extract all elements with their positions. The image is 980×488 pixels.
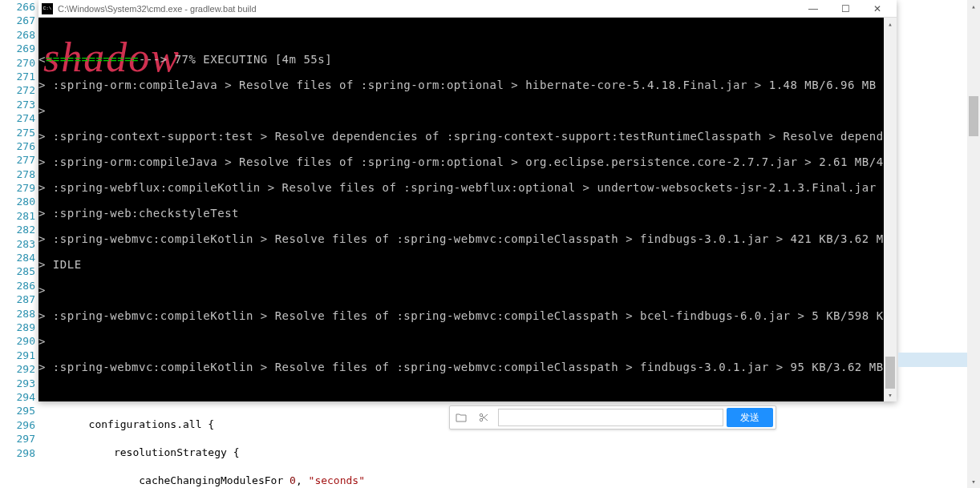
scroll-up-icon[interactable]: ▴ [884,18,897,30]
line-number: 273 [0,98,35,111]
line-number: 295 [0,404,35,417]
output-line: > :spring-web:checkstyleTest [38,207,884,220]
output-line: > IDLE [38,258,884,271]
line-number: 296 [0,418,35,432]
line-number: 297 [0,432,35,446]
output-line: > [38,284,884,296]
line-number: 282 [0,223,35,236]
output-line: > :spring-context-support:test > Resolve… [38,130,884,143]
close-button[interactable]: ✕ [861,1,893,17]
send-button[interactable]: 发送 [727,408,773,427]
line-number: 274 [0,111,35,125]
line-number: 286 [0,279,35,292]
output-line: > :spring-webmvc:compileKotlin > Resolve… [38,361,884,373]
code-editor-content: configurations.all { resolutionStrategy … [38,404,365,488]
line-number: 283 [0,237,35,251]
scroll-up-icon[interactable]: ▴ [967,0,980,13]
line-number: 293 [0,377,35,390]
scroll-thumb[interactable] [885,357,895,389]
folder-icon[interactable] [450,406,472,429]
line-number: 288 [0,307,35,321]
code-line: resolutionStrategy { [38,446,239,458]
line-number: 272 [0,83,35,97]
line-number: 292 [0,362,35,376]
line-number: 290 [0,334,35,348]
code-line: cacheChangingModulesFor [38,474,290,486]
line-number: 267 [0,14,35,27]
line-number: 281 [0,209,35,223]
message-input[interactable] [498,409,723,426]
titlebar[interactable]: C:\ C:\Windows\System32\cmd.exe - gradle… [38,0,897,18]
scroll-down-icon[interactable]: ▾ [967,475,980,488]
selection-highlight [898,353,978,367]
output-line: > :spring-webmvc:compileKotlin > Resolve… [38,232,884,245]
code-line: configurations.all { [38,418,214,430]
line-number: 276 [0,139,35,153]
line-number: 298 [0,446,35,460]
line-number: 285 [0,264,35,278]
line-number: 271 [0,70,35,83]
line-number-gutter: 2662672682692702712722732742752762772782… [0,0,38,488]
line-number: 266 [0,0,35,14]
line-number: 277 [0,153,35,167]
minimize-button[interactable]: — [797,1,829,17]
terminal-scrollbar[interactable]: ▴ ▾ [884,18,897,401]
scissors-icon[interactable] [472,406,495,429]
cmd-icon: C:\ [42,3,53,14]
line-number: 287 [0,292,35,306]
line-number: 269 [0,42,35,55]
line-number: 280 [0,195,35,208]
window-title: C:\Windows\System32\cmd.exe - gradlew.ba… [58,4,797,14]
cmd-window: C:\ C:\Windows\System32\cmd.exe - gradle… [38,0,897,401]
editor-scrollbar[interactable]: ▴ ▾ [967,0,980,488]
output-line: > [38,335,884,348]
send-toolbar: 发送 [449,405,776,430]
maximize-button[interactable]: ☐ [829,1,861,17]
output-line: > :spring-orm:compileJava > Resolve file… [38,155,884,168]
output-line: > [38,104,884,117]
line-number: 278 [0,167,35,181]
line-number: 275 [0,126,35,139]
code-number: 0 [290,474,296,486]
scroll-thumb[interactable] [969,96,978,136]
progress-bar: ============= [46,53,139,66]
terminal-output: <=============---> 77% EXECUTING [4m 55s… [38,40,884,399]
line-number: 279 [0,181,35,195]
line-number: 289 [0,321,35,334]
line-number: 268 [0,28,35,42]
line-number: 294 [0,390,35,404]
line-number: 270 [0,56,35,70]
scroll-down-icon[interactable]: ▾ [884,389,897,401]
line-number: 284 [0,251,35,264]
output-line: > :spring-orm:compileJava > Resolve file… [38,79,884,91]
terminal-body[interactable]: shadow <=============---> 77% EXECUTING … [38,18,897,401]
code-string: "seconds" [309,474,365,486]
line-number: 291 [0,349,35,362]
output-line: > :spring-webflux:compileKotlin > Resolv… [38,181,884,194]
output-line: > :spring-webmvc:compileKotlin > Resolve… [38,309,884,322]
